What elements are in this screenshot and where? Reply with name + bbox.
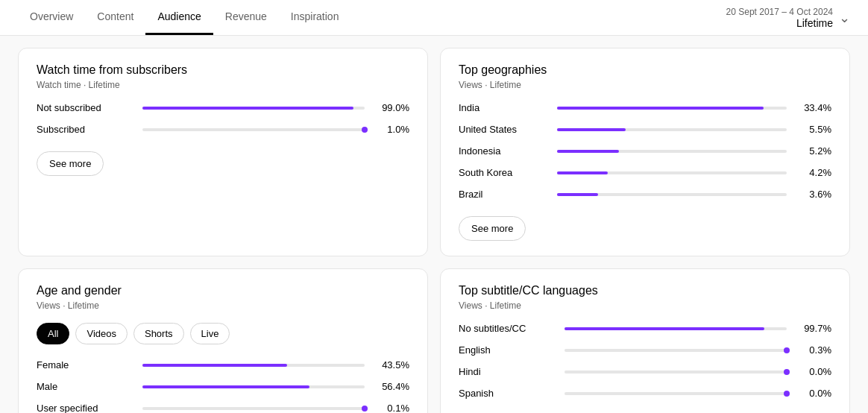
date-period: 20 Sept 2017 – 4 Oct 2024 xyxy=(726,7,833,17)
us-track xyxy=(557,128,787,131)
top-geo-subtitle: Views · Lifetime xyxy=(459,80,831,90)
subscribed-dot xyxy=(362,127,368,133)
indonesia-bar xyxy=(557,150,619,153)
no-subtitle-track xyxy=(564,327,787,330)
india-track xyxy=(557,107,787,110)
indonesia-track xyxy=(557,150,787,153)
chevron-down-icon: ⌄ xyxy=(839,10,850,26)
no-subtitle-value: 99.7% xyxy=(796,323,831,334)
brazil-label: Brazil xyxy=(459,189,548,200)
geo-row-indonesia: Indonesia 5.2% xyxy=(459,145,831,157)
not-subscribed-track xyxy=(142,107,365,110)
us-value: 5.5% xyxy=(796,124,831,135)
subtitle-lang-title: Top subtitle/CC languages xyxy=(459,284,831,297)
watch-time-see-more[interactable]: See more xyxy=(37,151,104,176)
female-value: 43.5% xyxy=(374,359,409,371)
top-geo-title: Top geographies xyxy=(459,63,831,77)
male-track xyxy=(142,385,365,388)
not-subscribed-bar xyxy=(142,107,353,110)
female-bar xyxy=(142,364,287,367)
spanish-value: 0.0% xyxy=(796,388,831,399)
watch-time-subtitle: Watch time · Lifetime xyxy=(37,80,409,90)
male-value: 56.4% xyxy=(374,381,409,392)
spanish-label: Spanish xyxy=(459,388,556,399)
main-content: Watch time from subscribers Watch time ·… xyxy=(0,36,868,413)
gender-row-user-specified: User specified 0.1% xyxy=(37,403,409,413)
watch-time-row-subscribed: Subscribed 1.0% xyxy=(37,124,409,135)
top-geo-card: Top geographies Views · Lifetime India 3… xyxy=(440,48,850,256)
nav-inspiration[interactable]: Inspiration xyxy=(279,0,351,35)
not-subscribed-value: 99.0% xyxy=(374,102,409,113)
male-label: Male xyxy=(37,381,133,392)
english-track xyxy=(564,349,787,352)
spanish-track xyxy=(564,392,787,395)
hindi-label: Hindi xyxy=(459,366,556,377)
not-subscribed-label: Not subscribed xyxy=(37,102,133,113)
indonesia-label: Indonesia xyxy=(459,145,548,157)
brazil-bar xyxy=(557,193,598,196)
male-bar xyxy=(142,385,309,388)
subtitle-lang-card: Top subtitle/CC languages Views · Lifeti… xyxy=(440,268,850,413)
date-label: Lifetime xyxy=(726,17,833,29)
us-bar xyxy=(557,128,626,131)
user-specified-dot xyxy=(362,406,368,412)
user-specified-track xyxy=(142,407,365,410)
spanish-dot xyxy=(784,391,790,397)
india-bar xyxy=(557,107,764,110)
age-gender-title: Age and gender xyxy=(37,284,409,297)
chip-videos[interactable]: Videos xyxy=(75,323,128,344)
brazil-track xyxy=(557,193,787,196)
age-gender-card: Age and gender Views · Lifetime All Vide… xyxy=(18,268,428,413)
nav-content[interactable]: Content xyxy=(85,0,145,35)
hindi-track xyxy=(564,371,787,373)
subscribed-label: Subscribed xyxy=(37,124,133,135)
hindi-dot xyxy=(784,369,790,375)
nav-overview[interactable]: Overview xyxy=(18,0,85,35)
india-label: India xyxy=(459,102,548,113)
date-text-container: 20 Sept 2017 – 4 Oct 2024 Lifetime xyxy=(726,7,833,29)
gender-row-female: Female 43.5% xyxy=(37,359,409,371)
nav-revenue[interactable]: Revenue xyxy=(213,0,279,35)
watch-time-row-not-subscribed: Not subscribed 99.0% xyxy=(37,102,409,113)
brazil-value: 3.6% xyxy=(796,189,831,200)
india-value: 33.4% xyxy=(796,102,831,113)
english-label: English xyxy=(459,344,556,356)
geo-row-us: United States 5.5% xyxy=(459,124,831,135)
chip-shorts[interactable]: Shorts xyxy=(133,323,184,344)
english-value: 0.3% xyxy=(796,344,831,356)
lang-row-english: English 0.3% xyxy=(459,344,831,356)
gender-row-male: Male 56.4% xyxy=(37,381,409,392)
top-navigation: Overview Content Audience Revenue Inspir… xyxy=(0,0,868,36)
geo-row-india: India 33.4% xyxy=(459,102,831,113)
subscribed-value: 1.0% xyxy=(374,124,409,135)
watch-time-title: Watch time from subscribers xyxy=(37,63,409,77)
geo-see-more[interactable]: See more xyxy=(459,216,526,241)
user-specified-label: User specified xyxy=(37,403,133,413)
south-korea-track xyxy=(557,171,787,174)
no-subtitle-bar xyxy=(564,327,764,330)
us-label: United States xyxy=(459,124,548,135)
south-korea-bar xyxy=(557,171,608,174)
date-range-selector[interactable]: 20 Sept 2017 – 4 Oct 2024 Lifetime ⌄ xyxy=(726,7,850,29)
female-track xyxy=(142,364,365,367)
lang-row-spanish: Spanish 0.0% xyxy=(459,388,831,399)
subtitle-lang-subtitle: Views · Lifetime xyxy=(459,300,831,311)
geo-row-south-korea: South Korea 4.2% xyxy=(459,167,831,178)
chip-all[interactable]: All xyxy=(37,323,69,344)
chip-live[interactable]: Live xyxy=(190,323,230,344)
lang-row-no-subtitle: No subtitles/CC 99.7% xyxy=(459,323,831,334)
lang-row-hindi: Hindi 0.0% xyxy=(459,366,831,377)
nav-audience[interactable]: Audience xyxy=(145,0,213,35)
south-korea-value: 4.2% xyxy=(796,167,831,178)
user-specified-value: 0.1% xyxy=(374,403,409,413)
indonesia-value: 5.2% xyxy=(796,145,831,157)
geo-row-brazil: Brazil 3.6% xyxy=(459,189,831,200)
subscribed-track xyxy=(142,128,365,131)
female-label: Female xyxy=(37,359,133,371)
watch-time-card: Watch time from subscribers Watch time ·… xyxy=(18,48,428,256)
no-subtitle-label: No subtitles/CC xyxy=(459,323,556,334)
age-gender-subtitle: Views · Lifetime xyxy=(37,300,409,311)
south-korea-label: South Korea xyxy=(459,167,548,178)
filter-chips: All Videos Shorts Live xyxy=(37,323,409,344)
english-dot xyxy=(784,347,790,353)
